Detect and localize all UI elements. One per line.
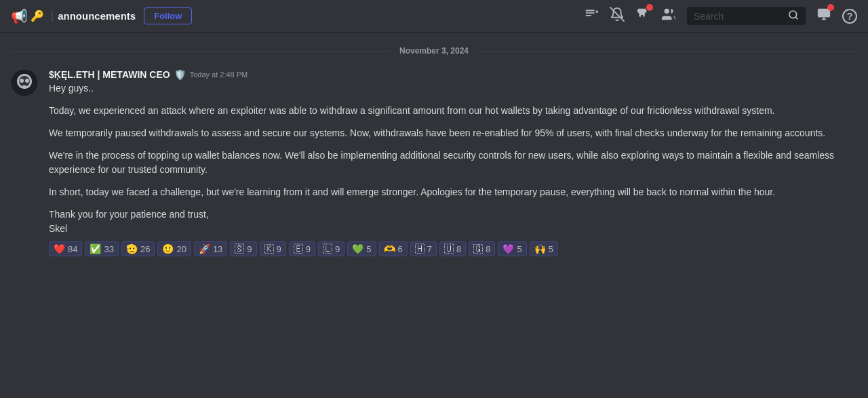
reactions-bar: ❤️84✅33🫡26🙂20🚀13🇸9🇰9🇪9🇱9💚5🫶6🇭7🇺8🇬8💜5🙌5 xyxy=(49,241,857,256)
search-box[interactable] xyxy=(687,7,806,25)
reaction-count: 5 xyxy=(517,244,521,254)
header-icons: ? xyxy=(584,7,857,25)
reaction-count: 6 xyxy=(398,244,403,254)
verified-badge: 🛡️ xyxy=(174,69,186,80)
members-icon[interactable] xyxy=(661,7,676,25)
svg-line-2 xyxy=(610,7,624,21)
svg-point-3 xyxy=(665,9,669,14)
mute-icon[interactable] xyxy=(610,7,625,25)
paragraph-3: We temporarily paused withdrawals to ass… xyxy=(49,126,857,140)
reaction-count: 9 xyxy=(306,244,311,254)
reaction-emoji: 🙂 xyxy=(162,243,174,254)
reaction-emoji: 🚀 xyxy=(199,243,210,254)
reaction-count: 8 xyxy=(486,244,490,254)
messages-list: November 3, 2024 $ĶĘL.ETH xyxy=(0,33,868,398)
separator-line-left xyxy=(11,51,391,52)
date-separator-text: November 3, 2024 xyxy=(391,46,477,56)
megaphone-icon: 📢 xyxy=(11,8,28,24)
reaction-emoji: 🇸 xyxy=(235,243,244,254)
reaction-item[interactable]: 🇺8 xyxy=(439,241,466,256)
search-input[interactable] xyxy=(694,11,784,22)
message-body: $ĶĘL.ETH | METAWIN CEO 🛡️ Today at 2:48 … xyxy=(49,69,857,256)
message-text: Hey guys.. Today, we experienced an atta… xyxy=(49,81,857,236)
reaction-count: 8 xyxy=(456,244,461,254)
reaction-item[interactable]: 🇸9 xyxy=(230,241,256,256)
author-name: $ĶĘL.ETH | METAWIN CEO xyxy=(49,69,170,80)
channel-name: announcements xyxy=(58,10,136,22)
reaction-emoji: 🇱 xyxy=(323,243,332,254)
reaction-count: 26 xyxy=(140,244,150,254)
reaction-item[interactable]: 🫡26 xyxy=(121,241,155,256)
header-divider: | xyxy=(51,10,54,22)
reaction-item[interactable]: 🙌5 xyxy=(530,241,558,256)
reaction-emoji: 🇪 xyxy=(294,243,303,254)
help-icon[interactable]: ? xyxy=(842,9,857,24)
paragraph-6: Thank you for your patience and trust,Sk… xyxy=(49,207,857,236)
reaction-emoji: 🇭 xyxy=(415,243,425,254)
inbox-icon[interactable] xyxy=(816,7,831,25)
message-timestamp: Today at 2:48 PM xyxy=(190,71,248,79)
paragraph-5: In short, today we faced a challenge, bu… xyxy=(49,185,857,199)
message-header: $ĶĘL.ETH | METAWIN CEO 🛡️ Today at 2:48 … xyxy=(49,69,857,80)
reaction-emoji: 🇬 xyxy=(473,243,483,254)
reaction-item[interactable]: 🙂20 xyxy=(157,241,191,256)
reaction-item[interactable]: 🇭7 xyxy=(410,241,437,256)
reaction-item[interactable]: 💜5 xyxy=(498,241,526,256)
reaction-count: 9 xyxy=(277,244,281,254)
reaction-emoji: 🇺 xyxy=(444,243,454,254)
reaction-count: 20 xyxy=(176,244,186,254)
reaction-emoji: 🙌 xyxy=(534,243,546,254)
reaction-emoji: ✅ xyxy=(90,243,101,254)
pin-badge xyxy=(646,4,653,11)
pin-icon[interactable] xyxy=(635,7,650,25)
reaction-item[interactable]: 🇪9 xyxy=(289,241,315,256)
separator-line-right xyxy=(477,51,857,52)
svg-line-5 xyxy=(795,17,797,19)
inbox-badge xyxy=(827,4,834,11)
reaction-item[interactable]: 🇰9 xyxy=(260,241,286,256)
reaction-emoji: 💚 xyxy=(352,243,363,254)
reaction-count: 9 xyxy=(247,244,252,254)
reaction-item[interactable]: 🫶6 xyxy=(379,241,408,256)
search-icon xyxy=(788,9,799,22)
date-separator: November 3, 2024 xyxy=(0,41,868,61)
reaction-emoji: 🫶 xyxy=(384,243,395,254)
svg-point-12 xyxy=(25,79,29,83)
reaction-item[interactable]: ✅33 xyxy=(85,241,118,256)
reaction-emoji: ❤️ xyxy=(54,243,65,254)
reaction-item[interactable]: 🇬8 xyxy=(469,241,495,256)
message-item: $ĶĘL.ETH | METAWIN CEO 🛡️ Today at 2:48 … xyxy=(0,66,868,259)
svg-point-11 xyxy=(20,79,24,83)
reaction-count: 9 xyxy=(335,244,340,254)
reaction-item[interactable]: 🚀13 xyxy=(194,241,227,256)
key-icon: 🔑 xyxy=(31,9,44,22)
reaction-emoji: 🇰 xyxy=(264,243,274,254)
reaction-item[interactable]: 💚5 xyxy=(347,241,376,256)
channel-header: 📢 🔑 | announcements Follow xyxy=(0,0,868,33)
reaction-emoji: 🫡 xyxy=(126,243,138,254)
reaction-emoji: 💜 xyxy=(502,243,514,254)
paragraph-2: Today, we experienced an attack where an… xyxy=(49,104,857,118)
paragraph-4: We're in the process of topping up walle… xyxy=(49,148,857,177)
reaction-count: 13 xyxy=(213,244,222,254)
reaction-item[interactable]: ❤️84 xyxy=(49,241,82,256)
threads-icon[interactable] xyxy=(584,7,599,25)
avatar xyxy=(11,69,38,96)
paragraph-1: Hey guys.. xyxy=(49,81,857,96)
reaction-count: 33 xyxy=(104,244,113,254)
reaction-item[interactable]: 🇱9 xyxy=(318,241,344,256)
reaction-count: 5 xyxy=(549,244,553,254)
svg-rect-14 xyxy=(21,87,28,88)
follow-button[interactable]: Follow xyxy=(144,7,192,24)
reaction-count: 5 xyxy=(366,244,371,254)
reaction-count: 7 xyxy=(427,244,432,254)
reaction-count: 84 xyxy=(68,244,77,254)
